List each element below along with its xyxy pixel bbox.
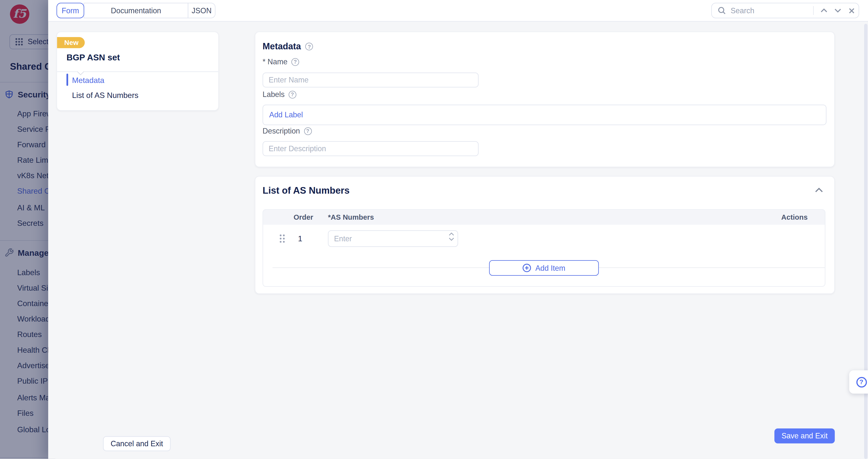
- find-previous-button[interactable]: [817, 4, 831, 17]
- drag-handle-icon[interactable]: [279, 234, 285, 243]
- description-label: Description: [262, 127, 300, 135]
- column-header-as-numbers: *AS Numbers: [328, 213, 374, 221]
- help-circle-icon[interactable]: ?: [305, 43, 313, 51]
- search-divider: [813, 6, 814, 15]
- metadata-title: Metadata: [262, 41, 301, 52]
- tab-documentation[interactable]: Documentation: [84, 3, 188, 18]
- find-next-button[interactable]: [831, 4, 845, 17]
- collapse-section-button[interactable]: [815, 188, 823, 193]
- name-label-row: * Name ?: [262, 58, 299, 66]
- description-input[interactable]: [262, 141, 479, 156]
- table-header-row: Order *AS Numbers Actions: [263, 210, 825, 225]
- as-numbers-title-row: List of AS Numbers: [262, 186, 349, 197]
- close-search-button[interactable]: [845, 4, 859, 17]
- tab-form[interactable]: Form: [57, 3, 84, 18]
- stepper-up-icon: [449, 232, 455, 236]
- stepper-down-icon: [449, 238, 455, 241]
- view-tabs: Form Documentation JSON: [57, 3, 215, 18]
- search-icon: [717, 6, 726, 15]
- labels-label-row: Labels ?: [262, 90, 296, 99]
- cancel-and-exit-button[interactable]: Cancel and Exit: [103, 436, 170, 451]
- vertical-scrollbar[interactable]: [864, 24, 868, 459]
- row-order-value: 1: [298, 234, 302, 243]
- column-header-order: Order: [293, 213, 313, 221]
- name-input[interactable]: [262, 72, 479, 87]
- drawer-topbar: Form Documentation JSON: [48, 0, 868, 22]
- chevron-up-icon: [815, 188, 823, 193]
- name-label: * Name: [262, 58, 288, 66]
- help-circle-icon[interactable]: ?: [291, 58, 299, 66]
- as-number-field: [328, 230, 458, 247]
- search-box: [711, 3, 859, 18]
- metadata-title-row: Metadata ?: [262, 41, 313, 52]
- add-item-label: Add Item: [535, 264, 565, 272]
- column-header-actions: Actions: [781, 213, 808, 221]
- step-metadata[interactable]: Metadata: [72, 72, 104, 87]
- plus-circle-icon: [523, 264, 531, 272]
- save-and-exit-button[interactable]: Save and Exit: [774, 429, 835, 444]
- search-input[interactable]: [731, 6, 813, 15]
- question-circle-icon: ?: [856, 377, 867, 387]
- object-type-title: BGP ASN set: [67, 53, 120, 63]
- modal-overlay[interactable]: [0, 0, 56, 459]
- create-object-drawer: Form Documentation JSON: [48, 0, 868, 459]
- chevron-down-icon: [834, 8, 841, 13]
- app-root: f5 Select se Shared Co Security App Fire…: [0, 0, 868, 459]
- labels-field: Add Label: [262, 105, 827, 125]
- status-badge-new: New: [57, 37, 85, 48]
- add-item-button[interactable]: Add Item: [489, 260, 599, 276]
- help-button[interactable]: ?: [849, 370, 868, 394]
- as-numbers-section: List of AS Numbers Order *AS Numbers Act…: [255, 176, 835, 294]
- table-row: 1: [263, 225, 825, 253]
- tab-json[interactable]: JSON: [188, 3, 216, 18]
- chevron-up-icon: [820, 8, 828, 13]
- help-circle-icon[interactable]: ?: [304, 127, 312, 135]
- as-numbers-table: Order *AS Numbers Actions: [262, 209, 825, 287]
- help-circle-icon[interactable]: ?: [288, 91, 297, 98]
- step-list-of-as-numbers[interactable]: List of AS Numbers: [72, 87, 138, 102]
- add-label-button[interactable]: Add Label: [269, 111, 303, 119]
- wizard-nav-card: New BGP ASN set Metadata List of AS Numb…: [57, 32, 219, 111]
- as-number-input[interactable]: [328, 230, 458, 247]
- metadata-section: Metadata ? * Name ? Labels ? Add Label D…: [255, 32, 835, 167]
- active-step-indicator: [67, 74, 68, 86]
- number-stepper[interactable]: [449, 232, 455, 241]
- close-icon: [848, 7, 855, 13]
- as-numbers-title: List of AS Numbers: [262, 186, 349, 197]
- description-label-row: Description ?: [262, 127, 312, 135]
- labels-label: Labels: [262, 90, 285, 99]
